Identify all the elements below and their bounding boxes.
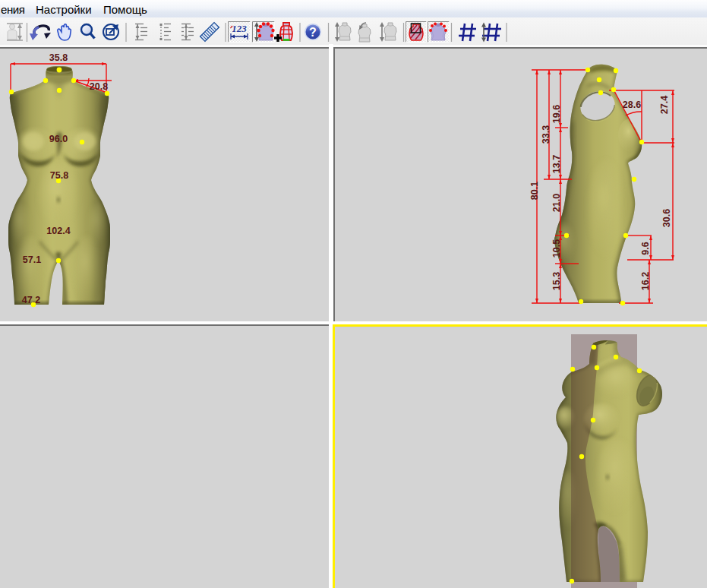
svg-text:21.0: 21.0 — [551, 194, 562, 212]
svg-text:30.6: 30.6 — [661, 209, 672, 227]
svg-text:20.8: 20.8 — [90, 81, 108, 92]
svg-text:35.8: 35.8 — [49, 52, 68, 63]
svg-text:13.7: 13.7 — [551, 155, 562, 173]
svg-text:?: ? — [309, 26, 317, 39]
svg-text:9.6: 9.6 — [640, 242, 651, 254]
svg-text:102.4: 102.4 — [46, 226, 70, 236]
svg-text:10.5: 10.5 — [551, 239, 562, 258]
svg-text:15.3: 15.3 — [551, 272, 562, 290]
svg-text:57.1: 57.1 — [23, 254, 41, 265]
svg-text:19.6: 19.6 — [551, 105, 562, 123]
svg-text:33.3: 33.3 — [541, 125, 551, 144]
svg-text:96.0: 96.0 — [49, 134, 68, 144]
svg-text:80.1: 80.1 — [529, 182, 540, 200]
svg-text:27.4: 27.4 — [659, 96, 670, 114]
svg-text:123: 123 — [232, 23, 247, 34]
svg-text:28.6: 28.6 — [623, 100, 641, 110]
svg-text:16.2: 16.2 — [640, 272, 651, 290]
